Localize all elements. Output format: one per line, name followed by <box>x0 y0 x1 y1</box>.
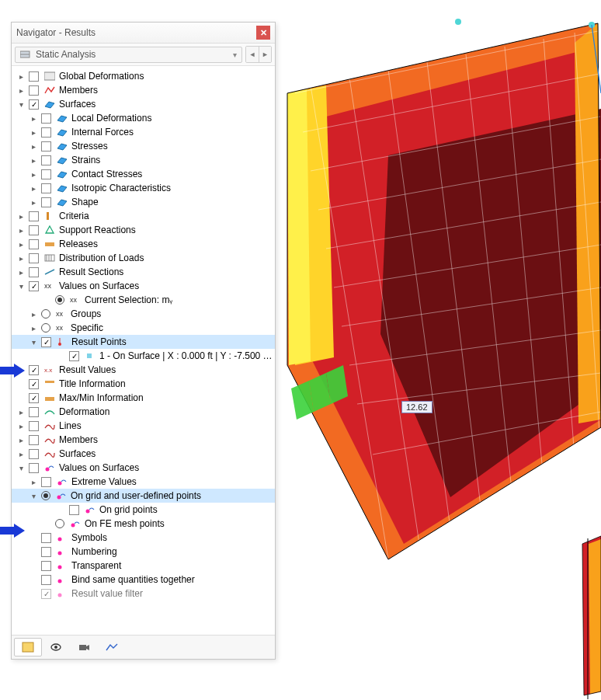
checkbox[interactable] <box>41 561 51 571</box>
checkbox[interactable]: ✓ <box>29 99 39 110</box>
caret-icon[interactable]: ▸ <box>29 198 38 207</box>
checkbox[interactable] <box>41 127 51 138</box>
node-transparent[interactable]: Transparent <box>12 559 275 573</box>
checkbox[interactable] <box>41 155 51 165</box>
tab-graph[interactable] <box>98 638 126 656</box>
node-shape[interactable]: ▸ Shape <box>12 195 275 209</box>
checkbox[interactable]: ✓ <box>29 393 39 403</box>
radio[interactable] <box>55 519 64 528</box>
caret-icon[interactable]: ▸ <box>16 86 26 95</box>
radio[interactable] <box>41 323 50 333</box>
navigator-titlebar[interactable]: Navigator - Results ✕ <box>12 23 275 44</box>
node-on-fe-mesh-points[interactable]: On FE mesh points <box>12 517 275 531</box>
caret-icon[interactable]: ▾ <box>16 100 26 109</box>
caret-icon[interactable]: ▸ <box>16 212 26 221</box>
next-button[interactable]: ► <box>259 47 271 62</box>
node-isotropic-characteristics[interactable]: ▸ Isotropic Characteristics <box>12 181 275 195</box>
node-criteria[interactable]: ▸ Criteria <box>12 209 275 223</box>
checkbox[interactable] <box>41 477 51 487</box>
caret-icon[interactable]: ▸ <box>16 408 26 416</box>
caret-icon[interactable]: ▸ <box>16 240 26 249</box>
caret-icon[interactable]: ▸ <box>16 254 26 263</box>
node-contact-stresses[interactable]: ▸ Contact Stresses <box>12 167 275 181</box>
node-current-selection[interactable]: xx Current Selection: mᵧ <box>12 293 275 307</box>
node-on-grid-points[interactable]: On grid points <box>12 503 275 517</box>
tab-view[interactable] <box>42 638 70 656</box>
checkbox[interactable] <box>29 463 39 473</box>
caret-icon[interactable]: ▾ <box>29 338 38 347</box>
node-max-min-information[interactable]: ✓ Max/Min Information <box>12 391 275 405</box>
tab-results[interactable] <box>14 638 42 656</box>
node-symbols[interactable]: Symbols <box>12 531 275 545</box>
caret-icon[interactable]: ▸ <box>29 310 38 319</box>
checkbox[interactable] <box>69 505 79 515</box>
node-releases[interactable]: ▸ Releases <box>12 237 275 251</box>
checkbox[interactable]: ✓ <box>69 351 79 361</box>
checkbox[interactable] <box>29 267 39 277</box>
node-extreme-values[interactable]: ▸ Extreme Values <box>12 475 275 489</box>
caret-icon[interactable]: ▾ <box>16 464 26 472</box>
results-tree[interactable]: ▸ Global Deformations ▸ Members ▾ ✓ Surf… <box>12 66 275 635</box>
caret-icon[interactable]: ▾ <box>29 492 38 500</box>
node-result-values[interactable]: ▸ ✓ x.x Result Values <box>12 363 275 377</box>
caret-icon[interactable]: ▸ <box>29 170 38 179</box>
checkbox[interactable]: ✓ <box>29 365 39 375</box>
checkbox[interactable] <box>29 435 39 445</box>
caret-icon[interactable]: ▸ <box>29 184 38 193</box>
caret-icon[interactable]: ▸ <box>29 128 38 137</box>
checkbox[interactable] <box>29 253 39 263</box>
checkbox[interactable] <box>41 113 51 124</box>
node-strains[interactable]: ▸ Strains <box>12 153 275 167</box>
radio[interactable] <box>41 309 50 319</box>
node-global-deformations[interactable]: ▸ Global Deformations <box>12 69 275 83</box>
caret-icon[interactable]: ▸ <box>16 72 26 81</box>
checkbox[interactable] <box>41 197 51 207</box>
checkbox[interactable] <box>41 169 51 179</box>
caret-icon[interactable]: ▸ <box>16 436 26 444</box>
caret-icon[interactable]: ▸ <box>29 114 38 123</box>
checkbox[interactable]: ✓ <box>41 589 51 599</box>
node-groups[interactable]: ▸ xx Groups <box>12 307 275 321</box>
node-result-points[interactable]: ▾ ✓ Result Points <box>12 335 275 349</box>
node-local-deformations[interactable]: ▸ Local Deformations <box>12 111 275 125</box>
node-specific[interactable]: ▸ xx Specific <box>12 321 275 335</box>
node-values-on-surfaces[interactable]: ▾ ✓ xx Values on Surfaces <box>12 279 275 293</box>
caret-icon[interactable]: ▸ <box>29 142 38 151</box>
checkbox[interactable] <box>41 547 51 557</box>
prev-button[interactable]: ◄ <box>246 47 259 62</box>
caret-icon[interactable]: ▸ <box>16 422 26 430</box>
checkbox[interactable] <box>41 183 51 193</box>
node-result-point-1[interactable]: ✓ 1 - On Surface | X : 0.000 ft | Y : -7… <box>12 349 275 363</box>
node-result-value-filter[interactable]: ✓ Result value filter <box>12 587 275 601</box>
radio[interactable] <box>55 295 64 305</box>
caret-icon[interactable]: ▸ <box>16 268 26 277</box>
caret-icon[interactable]: ▸ <box>29 156 38 165</box>
caret-icon[interactable]: ▸ <box>16 226 26 235</box>
caret-icon[interactable]: ▸ <box>16 450 26 458</box>
node-lines[interactable]: ▸ Lines <box>12 419 275 433</box>
checkbox[interactable] <box>41 533 51 543</box>
node-title-information[interactable]: ✓ Title Information <box>12 377 275 391</box>
caret-icon[interactable]: ▸ <box>29 478 38 486</box>
checkbox[interactable] <box>41 575 51 585</box>
close-button[interactable]: ✕ <box>256 26 270 40</box>
caret-icon[interactable]: ▸ <box>29 324 38 333</box>
node-members[interactable]: ▸ Members <box>12 83 275 97</box>
checkbox[interactable]: ✓ <box>29 281 39 291</box>
node-numbering[interactable]: Numbering <box>12 545 275 559</box>
checkbox[interactable] <box>29 71 39 82</box>
node-stresses[interactable]: ▸ Stresses <box>12 139 275 153</box>
analysis-dropdown[interactable]: Static Analysis ▾ <box>15 47 242 63</box>
tab-camera[interactable] <box>70 638 98 656</box>
checkbox[interactable] <box>29 85 39 96</box>
node-values-on-surfaces-2[interactable]: ▾ Values on Surfaces <box>12 461 275 475</box>
radio[interactable] <box>41 491 50 500</box>
node-surfaces-2[interactable]: ▸ Surfaces <box>12 447 275 461</box>
checkbox[interactable] <box>29 211 39 221</box>
node-members-2[interactable]: ▸ Members <box>12 433 275 447</box>
node-support-reactions[interactable]: ▸ Support Reactions <box>12 223 275 237</box>
node-distribution-of-loads[interactable]: ▸ Distribution of Loads <box>12 251 275 265</box>
node-result-sections[interactable]: ▸ Result Sections <box>12 265 275 279</box>
node-surfaces[interactable]: ▾ ✓ Surfaces <box>12 97 275 111</box>
checkbox[interactable] <box>41 141 51 151</box>
